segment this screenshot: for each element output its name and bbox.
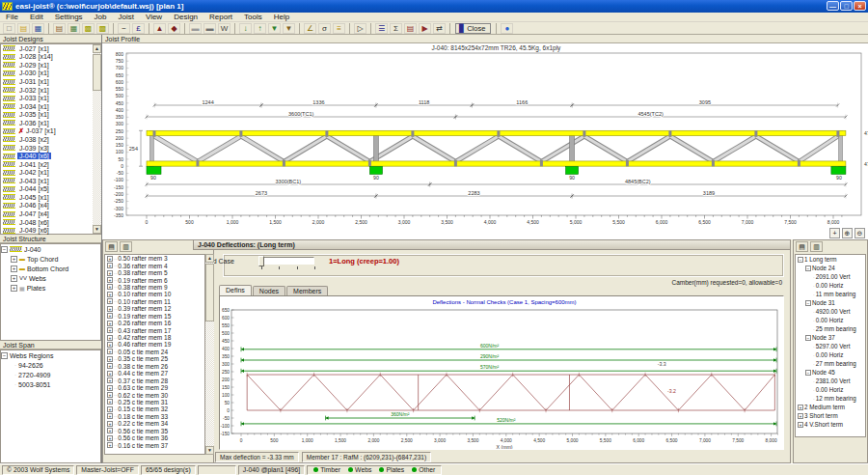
joist-grid-icon[interactable]: ▦ (68, 23, 80, 34)
expand-box[interactable]: + (107, 321, 113, 326)
scroll-thumb[interactable] (205, 264, 214, 321)
expand-box[interactable]: + (11, 256, 17, 263)
transfer-icon[interactable]: ⇄ (433, 23, 446, 34)
joist-design-item[interactable]: J-032 [x1] (1, 86, 100, 95)
menu-tools[interactable]: Tools (238, 13, 268, 22)
expand-box[interactable]: + (798, 405, 803, 410)
expand-box[interactable]: + (107, 342, 113, 348)
bearing-icon[interactable]: ▬ (203, 23, 216, 34)
member-deflection-item[interactable]: +··0.18 c tie mem 33 (105, 413, 204, 420)
expand-box[interactable]: + (107, 435, 113, 441)
joist-design-item[interactable]: J-031 [x1] (1, 77, 100, 86)
reaction-value[interactable]: ·0.00 Horiz (796, 316, 865, 324)
collapse-box[interactable]: − (805, 335, 811, 341)
node-item[interactable]: −Node 45 (796, 368, 865, 377)
member-deflection-item[interactable]: +··0.16 c tie mem 37 (105, 441, 204, 448)
expand-box[interactable]: + (107, 298, 113, 304)
structure-item-plates[interactable]: +▦Plates (1, 283, 100, 293)
loads-icon[interactable]: ◆ (168, 23, 180, 34)
maximize-button[interactable]: □ (840, 1, 853, 11)
expand-box[interactable]: + (107, 335, 113, 341)
scroll-up-arrow[interactable]: ▲ (205, 254, 214, 263)
grid-view-icon[interactable]: ▤ (105, 241, 118, 252)
member-deflection-item[interactable]: +··0.39 rafter mem 12 (105, 305, 204, 312)
node-item[interactable]: −Node 31 (796, 298, 865, 307)
reaction-value[interactable]: ·27 mm bearing (796, 359, 865, 368)
member-deflection-item[interactable]: +··0.38 rafter mem 9 (105, 284, 204, 291)
joist-design-item[interactable]: J-046 [x4] (1, 202, 100, 210)
collapse-box[interactable]: − (1, 352, 8, 359)
expand-box[interactable]: + (107, 349, 113, 354)
menu-settings[interactable]: Settings (49, 13, 89, 22)
joist-design-item[interactable]: J-038 [x2] (1, 135, 100, 144)
expand-box[interactable]: + (107, 356, 113, 362)
stress-icon[interactable]: σ (318, 23, 331, 34)
reaction-value[interactable]: ·2091.00 Vert (796, 272, 865, 281)
joist-design-item[interactable]: J-040 [x6] (1, 152, 100, 160)
joist-design-item[interactable]: J-044 [x5] (1, 185, 100, 194)
load-term-item[interactable]: −1 Long term (796, 255, 865, 264)
expand-box[interactable]: + (798, 422, 803, 428)
save-icon[interactable]: ▦ (32, 23, 44, 34)
expand-box[interactable]: + (798, 413, 803, 419)
menu-design[interactable]: Design (168, 13, 203, 22)
menu-view[interactable]: View (140, 13, 168, 22)
structure-root[interactable]: −J-040 (1, 244, 100, 254)
member-deflection-item[interactable]: +··0.19 rafter mem 6 (105, 276, 204, 283)
member-deflection-item[interactable]: +··0.36 rafter mem 4 (105, 262, 204, 268)
joist-design-item[interactable]: J-030 [x1] (1, 70, 100, 78)
reaction-value[interactable]: ·0.00 Horiz (796, 281, 865, 290)
joist-design-item[interactable]: J-033 [x1] (1, 94, 100, 102)
expand-box[interactable]: + (107, 421, 113, 427)
expand-box[interactable]: + (11, 265, 17, 272)
load-case-slider[interactable] (258, 257, 314, 265)
open-folder-icon[interactable]: ▤ (17, 23, 30, 34)
plan-view-icon[interactable]: ▩ (82, 23, 95, 34)
member-deflection-item[interactable]: +··0.56 c tie mem 35 (105, 428, 204, 434)
web-design-icon[interactable]: W (218, 23, 231, 34)
expand-box[interactable]: + (107, 292, 113, 297)
scroll-down-arrow[interactable]: ▼ (205, 446, 214, 455)
webs-region-item[interactable]: ·2720-4909 (1, 370, 100, 379)
expand-box[interactable]: + (107, 428, 113, 433)
joist-design-item[interactable]: J-043 [x1] (1, 177, 100, 185)
span-root[interactable]: −Webs Regions (1, 350, 100, 360)
reaction-value[interactable]: ·4920.00 Vert (796, 307, 865, 316)
menu-report[interactable]: Report (203, 13, 238, 22)
report-run-icon[interactable]: ▶ (419, 23, 431, 34)
collapse-box[interactable]: − (1, 246, 8, 253)
point-load-icon[interactable]: ▼ (268, 23, 281, 34)
uplift-load-icon[interactable]: ↑ (254, 23, 266, 34)
collapse-box[interactable]: − (805, 265, 811, 271)
webs-region-item[interactable]: ·94-2626 (1, 360, 100, 370)
structure-item-top-chord[interactable]: +▬Top Chord (1, 254, 100, 264)
price-icon[interactable]: £ (132, 23, 145, 34)
expand-box[interactable]: + (107, 256, 113, 262)
expand-box[interactable]: + (107, 442, 113, 448)
reaction-value[interactable]: ·12 mm bearing (796, 394, 865, 403)
reaction-value[interactable]: ·5297.00 Vert (796, 342, 865, 350)
plan-edit-icon[interactable]: ▩ (96, 23, 109, 34)
expand-box[interactable]: + (11, 275, 17, 282)
pan-icon[interactable]: + (829, 228, 840, 238)
wind-load-icon[interactable]: ↓ (239, 23, 252, 34)
member-deflection-item[interactable]: +··0.26 rafter mem 16 (105, 320, 204, 326)
pointer-icon[interactable]: ▷ (354, 23, 366, 34)
member-deflection-item[interactable]: +··0.38 rafter mem 5 (105, 269, 204, 276)
joist-design-item[interactable]: J-027 [x1] (1, 44, 100, 53)
member-deflection-item[interactable]: +··0.46 rafter mem 19 (105, 341, 204, 348)
joist-design-item[interactable]: J-049 [x6] (1, 226, 100, 235)
joist-design-item[interactable]: J-036 [x1] (1, 119, 100, 127)
job-properties-icon[interactable]: ▤ (53, 23, 66, 34)
joist-design-item[interactable]: J-034 [x1] (1, 102, 100, 111)
expand-box[interactable]: + (107, 327, 113, 333)
reaction-value[interactable]: ·11 mm bearing (796, 290, 865, 298)
load-term-item[interactable]: +3 Short term (796, 411, 865, 420)
expand-box[interactable]: + (107, 392, 113, 398)
collapse-box[interactable]: − (798, 257, 803, 263)
angle-icon[interactable]: ∠ (304, 23, 316, 34)
joist-design-item[interactable]: J-045 [x1] (1, 193, 100, 202)
menu-help[interactable]: Help (268, 13, 295, 22)
structure-item-bottom-chord[interactable]: +▬Bottom Chord (1, 264, 100, 273)
reaction-value[interactable]: ·2381.00 Vert (796, 377, 865, 385)
